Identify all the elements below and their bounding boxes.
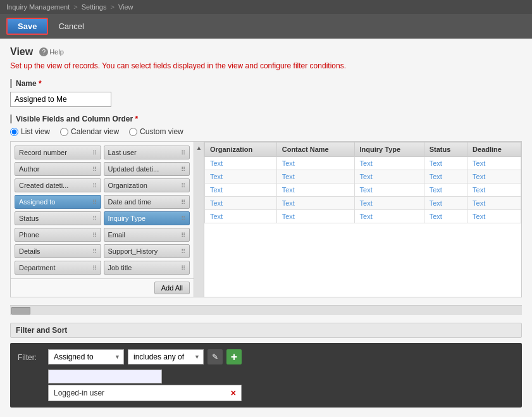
- help-icon: ?: [39, 47, 48, 56]
- filter-remove-button[interactable]: ×: [231, 388, 236, 398]
- filter-suggestion: Logged-in user ×: [48, 385, 242, 401]
- table-cell: Text: [276, 184, 354, 197]
- filter-operator-select[interactable]: includes any of: [128, 349, 204, 364]
- page-title: View: [10, 46, 33, 58]
- field-item[interactable]: Record number⠿: [15, 146, 101, 159]
- table-cell: Text: [205, 170, 277, 184]
- field-item[interactable]: Organization⠿: [104, 178, 190, 192]
- field-item[interactable]: Assigned to⠿: [15, 195, 101, 209]
- table-cell: Text: [467, 197, 521, 210]
- table-row: TextTextTextTextText: [205, 170, 521, 184]
- filter-field-select[interactable]: Assigned to: [48, 349, 124, 364]
- fields-scrollbar[interactable]: ▲: [194, 142, 204, 297]
- page-description: Set up the view of records. You can sele…: [10, 61, 522, 70]
- help-label: Help: [49, 48, 64, 56]
- table-row: TextTextTextTextText: [205, 197, 521, 210]
- table-cell: Text: [354, 157, 424, 170]
- table-row: TextTextTextTextText: [205, 184, 521, 197]
- table-cell: Text: [467, 210, 521, 223]
- preview-table: OrganizationContact NameInquiry TypeStat…: [204, 142, 521, 223]
- table-cell: Text: [424, 170, 467, 184]
- breadcrumb-item-3[interactable]: View: [118, 3, 133, 11]
- help-link[interactable]: ? Help: [39, 47, 64, 56]
- filter-label: Filter:: [18, 349, 43, 362]
- filter-value-input[interactable]: [48, 370, 162, 383]
- breadcrumb-item-2[interactable]: Settings: [82, 3, 107, 11]
- field-item[interactable]: Last user⠿: [104, 146, 190, 159]
- table-cell: Text: [276, 170, 354, 184]
- field-item[interactable]: Updated dateti...⠿: [104, 162, 190, 176]
- filter-sort-section: Filter and Sort Filter: Assigned to inc: [10, 323, 522, 408]
- breadcrumb-sep-1: >: [73, 3, 77, 11]
- horizontal-scrollbar[interactable]: [10, 305, 522, 315]
- filter-panel: Filter: Assigned to includes any of: [10, 343, 522, 408]
- name-input[interactable]: [10, 92, 111, 107]
- calendar-view-radio[interactable]: Calendar view: [60, 127, 119, 136]
- field-item[interactable]: Phone⠿: [15, 228, 101, 242]
- list-view-radio[interactable]: List view: [10, 127, 50, 136]
- fields-grid: Record number⠿Last user⠿Author⠿Updated d…: [11, 142, 194, 278]
- table-row: TextTextTextTextText: [205, 210, 521, 223]
- table-cell: Text: [354, 184, 424, 197]
- breadcrumb-item-1[interactable]: Inquiry Management: [6, 3, 70, 11]
- table-cell: Text: [467, 184, 521, 197]
- table-cell: Text: [205, 157, 277, 170]
- table-header: Contact Name: [276, 142, 354, 157]
- add-filter-button[interactable]: +: [226, 349, 242, 364]
- field-item[interactable]: Date and time⠿: [104, 195, 190, 209]
- table-cell: Text: [205, 210, 277, 223]
- fields-table-container: Record number⠿Last user⠿Author⠿Updated d…: [10, 141, 522, 297]
- view-type-row: List view Calendar view Custom view: [10, 127, 522, 136]
- field-item[interactable]: Department⠿: [15, 261, 101, 275]
- filter-row: Filter: Assigned to includes any of: [18, 349, 514, 401]
- table-cell: Text: [205, 184, 277, 197]
- filter-row-controls: Assigned to includes any of ✎ +: [48, 349, 242, 364]
- logged-in-user-option[interactable]: Logged-in user: [54, 389, 104, 397]
- field-item[interactable]: Status⠿: [15, 211, 101, 225]
- field-item[interactable]: Details⠿: [15, 244, 101, 258]
- custom-view-radio[interactable]: Custom view: [129, 127, 183, 136]
- field-item[interactable]: Author⠿: [15, 162, 101, 176]
- table-cell: Text: [424, 197, 467, 210]
- scroll-up-arrow[interactable]: ▲: [196, 144, 202, 151]
- filter-value-container: Logged-in user ×: [48, 370, 242, 401]
- field-item[interactable]: Created dateti...⠿: [15, 178, 101, 192]
- filter-sort-header: Filter and Sort: [10, 323, 522, 338]
- filter-operator-select-wrapper[interactable]: includes any of: [128, 349, 204, 364]
- add-all-button[interactable]: Add All: [154, 282, 190, 294]
- field-item[interactable]: Inquiry Type⠿: [104, 211, 190, 225]
- name-section-label: Name *: [10, 79, 522, 88]
- table-cell: Text: [424, 184, 467, 197]
- field-item[interactable]: Email⠿: [104, 228, 190, 242]
- table-cell: Text: [276, 210, 354, 223]
- table-cell: Text: [467, 170, 521, 184]
- table-cell: Text: [205, 197, 277, 210]
- table-header: Status: [424, 142, 467, 157]
- cancel-button[interactable]: Cancel: [53, 19, 89, 34]
- main-content: View ? Help Set up the view of records. …: [0, 39, 532, 417]
- table-cell: Text: [354, 170, 424, 184]
- toolbar: Save Cancel: [0, 14, 532, 39]
- table-cell: Text: [467, 157, 521, 170]
- table-header: Organization: [205, 142, 277, 157]
- filter-controls: Assigned to includes any of ✎ +: [48, 349, 242, 401]
- breadcrumb-sep-2: >: [110, 3, 114, 11]
- visible-fields-section-label: Visible Fields and Column Order *: [10, 115, 522, 123]
- table-cell: Text: [424, 210, 467, 223]
- table-cell: Text: [354, 197, 424, 210]
- filter-edit-button[interactable]: ✎: [207, 349, 223, 364]
- table-header: Deadline: [467, 142, 521, 157]
- add-all-row: Add All: [11, 278, 194, 297]
- save-button[interactable]: Save: [6, 18, 48, 35]
- filter-field-select-wrapper[interactable]: Assigned to: [48, 349, 124, 364]
- breadcrumb-bar: Inquiry Management > Settings > View: [0, 0, 532, 14]
- page-header: View ? Help: [10, 46, 522, 58]
- table-cell: Text: [354, 210, 424, 223]
- table-cell: Text: [276, 157, 354, 170]
- scroll-thumb[interactable]: [11, 307, 30, 314]
- table-cell: Text: [424, 157, 467, 170]
- field-item[interactable]: Support_History⠿: [104, 244, 190, 258]
- table-panel: OrganizationContact NameInquiry TypeStat…: [204, 142, 521, 297]
- table-cell: Text: [276, 197, 354, 210]
- field-item[interactable]: Job title⠿: [104, 261, 190, 275]
